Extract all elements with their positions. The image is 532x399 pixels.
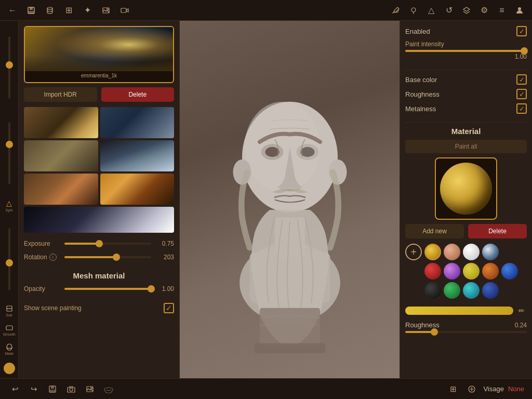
svg-rect-2 [29, 11, 34, 14]
none-label[interactable]: None [508, 385, 524, 393]
image-icon[interactable] [99, 3, 113, 18]
metalness-row: Metalness [405, 103, 527, 114]
3d-viewport[interactable] [180, 21, 400, 399]
swatch-red[interactable] [424, 263, 441, 280]
mask-label: Mask [5, 352, 14, 355]
hdri-thumb-6[interactable] [100, 174, 175, 205]
import-hdr-button[interactable]: Import HDR [24, 87, 97, 102]
warning-icon[interactable]: △ Sym [2, 197, 17, 214]
roughness-prop-checkbox[interactable] [516, 89, 527, 99]
roughness-slider-thumb[interactable] [431, 328, 438, 336]
hdri-thumb-1[interactable] [24, 107, 98, 138]
swatch-row-2 [405, 263, 527, 280]
rotation-info-icon[interactable]: i [49, 254, 57, 261]
pencil-icon[interactable]: ✏ [516, 305, 527, 316]
svg-point-3 [47, 7, 52, 9]
opacity-slider[interactable] [64, 288, 151, 290]
delete-hdr-button[interactable]: Delete [101, 87, 175, 102]
undo-icon[interactable]: ↩ [8, 382, 22, 396]
settings-icon[interactable]: ⚙ [477, 3, 491, 18]
smooth-icon[interactable]: Smooth [2, 322, 17, 338]
swatch-black[interactable] [424, 282, 441, 299]
database-icon[interactable] [43, 3, 57, 18]
hdri-thumb-3[interactable] [24, 140, 98, 171]
video-icon[interactable] [117, 3, 132, 18]
roughness-label-row: Roughness 0.24 [405, 321, 527, 329]
camera-bottom-icon[interactable] [64, 382, 78, 396]
bottom-toolbar: ↩ ↪ ⊞ Visage None [0, 378, 532, 399]
hdri-thumb-4[interactable] [100, 140, 175, 171]
add-swatch-button[interactable]: + [405, 244, 422, 260]
roughness-slider[interactable] [405, 331, 527, 333]
paint-all-button[interactable]: Paint all [405, 140, 527, 153]
grid-icon[interactable]: ⊞ [61, 3, 76, 18]
show-scene-painting-row: Show scene painting ✓ [24, 303, 174, 313]
paint-intensity-slider[interactable] [405, 50, 527, 52]
photo-bottom-icon[interactable] [83, 382, 97, 396]
base-color-checkbox[interactable] [516, 74, 527, 85]
enabled-row: Enabled [405, 26, 527, 36]
redo-icon[interactable]: ↪ [26, 382, 41, 396]
sparkle-icon[interactable]: ✦ [80, 3, 95, 18]
swatch-orange[interactable] [482, 263, 499, 280]
rotation-slider[interactable] [64, 256, 151, 258]
back-icon[interactable]: ← [5, 3, 20, 18]
mask-icon[interactable]: Mask [2, 341, 17, 357]
vertical-slider-thumb[interactable] [6, 61, 13, 69]
vertical-slider[interactable] [8, 26, 10, 110]
left-panel: emmarentia_1k Import HDR Delete Exposure… [19, 21, 180, 399]
triangle-icon[interactable]: △ [424, 3, 438, 18]
swatch-white[interactable] [463, 244, 480, 260]
opacity-row: Opacity 1.00 [24, 285, 174, 292]
opacity-label: Opacity [24, 285, 60, 292]
material-ball-frame[interactable] [435, 157, 497, 220]
vertical-slider-thumb-3[interactable] [6, 259, 13, 267]
swatch-row-3 [405, 282, 527, 299]
metalness-checkbox[interactable] [516, 103, 527, 114]
show-scene-label: Show scene painting [24, 304, 164, 312]
swatch-purple[interactable] [444, 263, 460, 280]
user-icon[interactable] [512, 3, 527, 18]
mask-bottom-icon[interactable] [101, 382, 116, 396]
vertical-slider-2[interactable] [8, 112, 10, 195]
save-icon[interactable] [24, 3, 38, 18]
exposure-slider[interactable] [64, 243, 151, 245]
color-bar[interactable] [405, 307, 513, 315]
vertical-slider-thumb-2[interactable] [6, 141, 13, 148]
brush-icon[interactable] [389, 3, 403, 18]
hdri-thumb-2[interactable] [100, 107, 175, 138]
add-new-material-button[interactable]: Add new [405, 224, 464, 238]
swatch-green[interactable] [444, 282, 460, 299]
grid-bottom-icon[interactable]: ⊞ [446, 382, 460, 396]
swatch-peach[interactable] [444, 244, 460, 260]
swatch-cyan[interactable] [463, 282, 480, 299]
right-panel: Enabled Paint intensity 1.00 Base color … [400, 21, 532, 399]
layers-icon[interactable] [459, 3, 474, 18]
save-bottom-icon[interactable] [45, 382, 60, 396]
swatch-gold[interactable] [424, 244, 441, 260]
menu-icon[interactable]: ≡ [495, 3, 509, 18]
delete-material-button[interactable]: Delete [468, 224, 527, 238]
swatch-yellow[interactable] [463, 263, 480, 280]
metalness-label: Metalness [405, 105, 516, 113]
material-title: Material [405, 127, 527, 136]
hdri-thumb-5[interactable] [24, 174, 98, 205]
svg-point-7 [411, 8, 416, 12]
swatch-navy[interactable] [482, 282, 499, 299]
svg-rect-29 [50, 390, 55, 392]
sym-label: Sym [6, 208, 13, 212]
rotation-label: Rotation i [24, 254, 60, 261]
swatch-row-1: + [405, 244, 527, 260]
brush-bottom-icon[interactable] [464, 382, 479, 396]
arrow-icon[interactable]: ↺ [442, 3, 456, 18]
enabled-checkbox[interactable] [516, 26, 527, 36]
swatch-blue[interactable] [501, 263, 518, 280]
svg-point-9 [518, 7, 521, 10]
hdri-thumb-7[interactable] [24, 207, 174, 233]
sub-icon[interactable]: Sub [2, 303, 17, 319]
show-scene-painting-checkbox[interactable]: ✓ [164, 303, 174, 313]
vertical-slider-3[interactable] [8, 217, 10, 301]
material-ball [440, 163, 492, 215]
swatch-chrome[interactable] [482, 244, 499, 260]
stamp-icon[interactable] [406, 3, 421, 18]
